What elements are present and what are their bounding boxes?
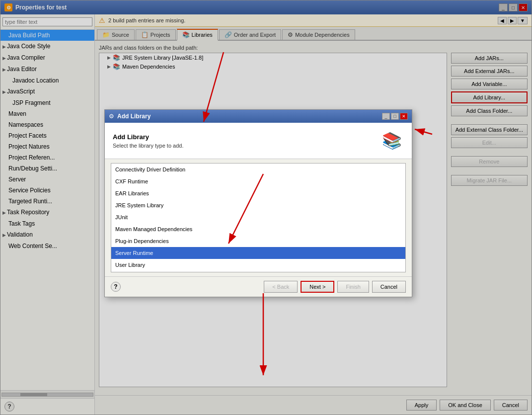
dialog-close[interactable]: ✕ — [400, 113, 408, 120]
dialog-bottom: ? < Back Next > Finish Cancel — [105, 276, 412, 297]
add-library-dialog: ⚙ Add Library _ □ ✕ Add Library Select t… — [104, 109, 412, 297]
dialog-list-item[interactable]: CXF Runtime — [111, 175, 405, 187]
dialog-list-item[interactable]: Maven Managed Dependencies — [111, 223, 405, 235]
dialog-header-title: Add Library — [113, 133, 183, 141]
dialog-list-item[interactable]: Plug-in Dependencies — [111, 235, 405, 247]
dialog-list-item[interactable]: JRE System Library — [111, 199, 405, 211]
dialog-list-item[interactable]: JUnit — [111, 211, 405, 223]
dialog-list-item[interactable]: Web App Libraries — [111, 271, 405, 272]
next-button[interactable]: Next > — [301, 281, 334, 293]
dialog-maximize[interactable]: □ — [391, 113, 399, 120]
dialog-title-bar: ⚙ Add Library _ □ ✕ — [105, 110, 412, 123]
dialog-icon: ⚙ — [109, 113, 114, 120]
dialog-help-button[interactable]: ? — [111, 282, 121, 292]
finish-button[interactable]: Finish — [337, 281, 369, 293]
dialog-list[interactable]: Connectivity Driver DefinitionCXF Runtim… — [111, 163, 406, 272]
dialog-cancel-button[interactable]: Cancel — [372, 281, 406, 293]
dialog-list-item[interactable]: Connectivity Driver Definition — [111, 164, 405, 175]
dialog-header-subtitle: Select the library type to add. — [113, 143, 183, 149]
dialog-title: Add Library — [117, 113, 151, 120]
dialog-list-item[interactable]: User Library — [111, 259, 405, 271]
dialog-header: Add Library Select the library type to a… — [105, 123, 412, 159]
dialog-header-icon: 📚 — [380, 129, 404, 153]
dialog-minimize[interactable]: _ — [382, 113, 390, 120]
dialog-list-item[interactable]: EAR Libraries — [111, 187, 405, 199]
dialog-list-item[interactable]: Server Runtime — [111, 247, 405, 259]
back-button[interactable]: < Back — [264, 281, 298, 293]
